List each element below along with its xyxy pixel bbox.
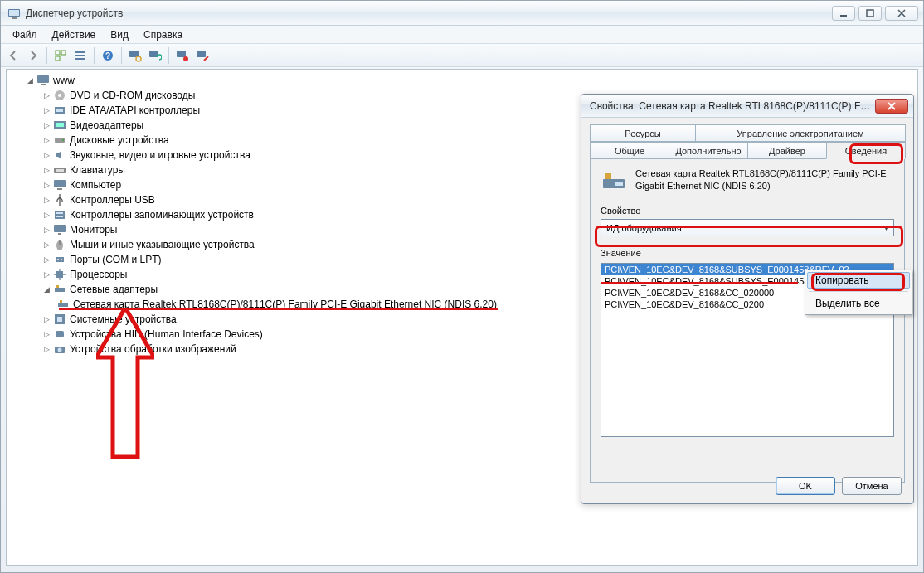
forward-button[interactable] [24, 46, 42, 65]
storage-controller-icon [53, 208, 66, 221]
property-label: Свойство [601, 206, 894, 216]
expand-icon[interactable]: ▷ [41, 210, 51, 220]
svg-rect-4 [867, 10, 873, 17]
tree-item-label: Звуковые, видео и игровые устройства [70, 149, 250, 161]
svg-rect-9 [75, 55, 85, 56]
expand-icon[interactable]: ▷ [41, 120, 51, 130]
svg-point-28 [62, 139, 64, 141]
svg-text:?: ? [105, 51, 110, 61]
expand-icon[interactable]: ▷ [41, 105, 51, 115]
svg-rect-40 [56, 257, 64, 262]
show-hidden-button[interactable] [51, 46, 70, 65]
menu-view[interactable]: Вид [104, 27, 135, 42]
menu-help[interactable]: Справка [137, 27, 189, 42]
tree-item-label: IDE ATA/ATAPI контроллеры [70, 104, 200, 116]
collapse-icon[interactable]: ◢ [25, 75, 35, 85]
minimize-button[interactable] [832, 6, 855, 21]
toolbar: ? [1, 44, 923, 67]
tab-advanced[interactable]: Дополнительно [669, 142, 748, 159]
tab-general[interactable]: Общие [590, 142, 669, 159]
expand-icon[interactable]: ▷ [41, 270, 51, 279]
help-toolbar-button[interactable]: ? [99, 46, 117, 65]
menu-file[interactable]: Файл [6, 27, 44, 42]
svg-rect-45 [56, 285, 59, 288]
property-dropdown[interactable]: ИД оборудования [601, 219, 894, 236]
tab-resources[interactable]: Ресурсы [590, 124, 696, 142]
context-copy[interactable]: Копировать [807, 272, 910, 289]
tree-item-label: Контроллеры запоминающих устройств [70, 209, 254, 221]
svg-rect-2 [12, 17, 17, 19]
svg-rect-33 [55, 211, 65, 219]
close-button[interactable] [885, 6, 918, 21]
svg-point-17 [183, 56, 188, 61]
computer-icon [36, 74, 50, 87]
value-label: Значение [601, 248, 894, 258]
svg-rect-37 [58, 233, 61, 235]
uninstall-button[interactable] [173, 46, 192, 65]
expand-icon[interactable]: ▷ [41, 165, 51, 175]
tab-details[interactable]: Сведения [826, 142, 906, 159]
tab-driver[interactable]: Драйвер [747, 142, 827, 159]
tree-item-label: DVD и CD-ROM дисководы [70, 90, 195, 101]
expand-icon[interactable]: ▷ [41, 135, 51, 145]
tree-item-label: Системные устройства [70, 313, 177, 325]
keyboard-icon [53, 163, 66, 177]
expand-icon[interactable]: ▷ [41, 329, 51, 339]
tree-root[interactable]: ◢ www [13, 73, 917, 88]
collapse-icon[interactable]: ◢ [41, 284, 51, 294]
expand-icon[interactable]: ▷ [41, 90, 51, 100]
scan-hardware-button[interactable] [126, 46, 144, 65]
close-icon [897, 9, 906, 17]
arrow-right-icon [27, 49, 40, 62]
svg-rect-24 [56, 109, 63, 112]
hid-icon [53, 328, 66, 341]
svg-rect-20 [41, 84, 46, 85]
expand-icon[interactable]: ▷ [41, 314, 51, 324]
disk-drive-icon [53, 134, 66, 147]
tab-power[interactable]: Управление электропитанием [695, 124, 906, 142]
expand-icon[interactable]: ▷ [41, 225, 51, 235]
annotation-underline [59, 308, 498, 310]
network-card-large-icon [601, 168, 627, 194]
properties-toolbar-button[interactable] [71, 46, 90, 65]
svg-rect-32 [57, 188, 62, 190]
property-dropdown-value: ИД оборудования [606, 223, 682, 233]
minimize-icon [839, 9, 848, 17]
update-driver-button[interactable] [146, 46, 164, 65]
tree-item-label: Процессоры [70, 269, 128, 280]
svg-rect-6 [61, 51, 66, 55]
expand-icon[interactable]: ▷ [41, 255, 51, 265]
svg-rect-36 [54, 225, 66, 232]
svg-rect-31 [54, 180, 66, 187]
svg-point-42 [61, 259, 62, 260]
expand-icon[interactable]: ▷ [41, 180, 51, 190]
mouse-icon [53, 238, 66, 251]
ok-button[interactable]: OK [776, 477, 835, 495]
expand-icon[interactable]: ▷ [41, 344, 51, 354]
grid-icon [54, 49, 67, 62]
toolbar-separator [168, 47, 169, 64]
context-separator [809, 291, 908, 292]
usb-icon [53, 193, 66, 206]
expand-icon[interactable]: ▷ [41, 195, 51, 205]
tree-item-label: Дисковые устройства [70, 134, 169, 146]
context-select-all[interactable]: Выделить все [807, 294, 910, 313]
computer-remove-icon [176, 49, 189, 62]
disc-drive-icon [53, 89, 66, 102]
maximize-button[interactable] [858, 6, 882, 21]
toolbar-separator [94, 47, 95, 64]
expand-icon[interactable]: ▷ [41, 150, 51, 160]
device-desc-line: Сетевая карта Realtek RTL8168C(P)/8111C(… [635, 168, 887, 180]
back-button[interactable] [4, 46, 22, 65]
menu-action[interactable]: Действие [46, 27, 103, 42]
device-header: Сетевая карта Realtek RTL8168C(P)/8111C(… [601, 168, 894, 194]
expand-icon[interactable]: ▷ [41, 240, 51, 250]
annotation-underline-value [601, 282, 798, 284]
dialog-close-button[interactable] [875, 99, 908, 114]
svg-rect-3 [840, 15, 847, 17]
context-menu: Копировать Выделить все [805, 270, 912, 315]
cancel-button[interactable]: Отмена [842, 477, 902, 495]
network-adapter-icon [53, 283, 66, 296]
tree-item-label: Контроллеры USB [70, 194, 155, 206]
disable-button[interactable] [193, 46, 212, 65]
